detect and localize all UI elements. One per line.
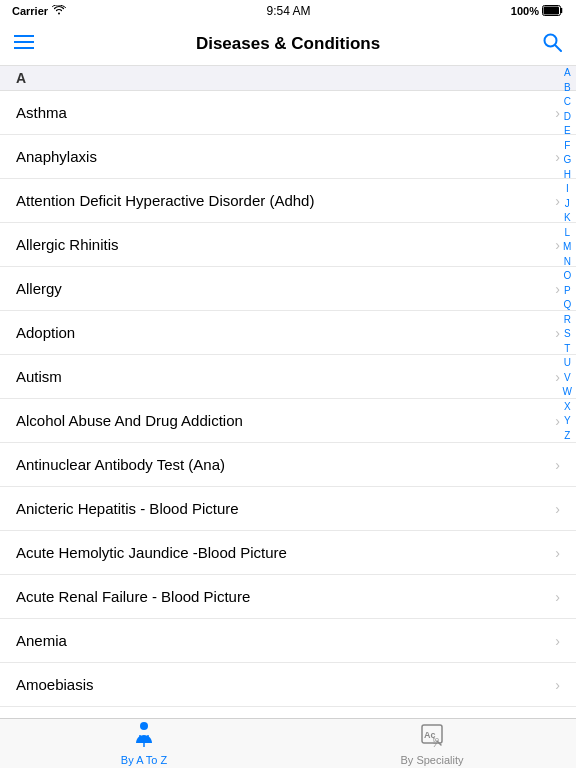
list-item[interactable]: Autism › [0,355,576,399]
alpha-index-c[interactable]: C [562,95,573,110]
svg-rect-1 [544,6,560,14]
tab-by-speciality-label: By Speciality [401,754,464,766]
chevron-right-icon: › [555,633,560,649]
chevron-right-icon: › [555,413,560,429]
alpha-index-h[interactable]: H [562,168,573,183]
status-time: 9:54 AM [266,4,310,18]
list-item[interactable]: Acute Hemolytic Jaundice -Blood Picture … [0,531,576,575]
speciality-icon: Ac to Z [419,721,445,752]
list-item-text: Attention Deficit Hyperactive Disorder (… [16,192,547,209]
tab-by-speciality[interactable]: Ac to Z By Speciality [288,721,576,766]
list-item-text: Allergy [16,280,547,297]
chevron-right-icon: › [555,369,560,385]
alpha-index-p[interactable]: P [562,284,573,299]
hamburger-icon[interactable] [14,34,34,54]
alphabet-index[interactable]: ABCDEFGHIJKLMNOPQRSTUVWXYZ [561,66,574,443]
chevron-right-icon: › [555,193,560,209]
list-item[interactable]: Alcohol Abuse And Drug Addiction › [0,399,576,443]
alpha-index-e[interactable]: E [562,124,573,139]
list-item-text: Anicteric Hepatitis - Blood Picture [16,500,547,517]
nav-menu-button[interactable] [14,34,50,54]
list-item-text: Asthma [16,104,547,121]
tab-bar: By A To Z Ac to Z By Speciality [0,718,576,768]
chevron-right-icon: › [555,545,560,561]
battery-icon [542,5,564,18]
alpha-index-q[interactable]: Q [561,298,573,313]
alpha-index-m[interactable]: M [561,240,573,255]
list-item[interactable]: Allergy › [0,267,576,311]
section-header-a: A [0,66,576,91]
chevron-right-icon: › [555,457,560,473]
main-content: A Asthma › Anaphylaxis › Attention Defic… [0,66,576,768]
list-item-text: Acute Renal Failure - Blood Picture [16,588,547,605]
alpha-index-i[interactable]: I [564,182,571,197]
list-item-text: Amoebiasis [16,676,547,693]
alpha-index-d[interactable]: D [562,110,573,125]
svg-text:Z: Z [433,742,438,747]
alpha-index-k[interactable]: K [562,211,573,226]
list-item[interactable]: Acute Renal Failure - Blood Picture › [0,575,576,619]
alpha-index-z[interactable]: Z [562,429,572,444]
list-item-text: Adoption [16,324,547,341]
alpha-index-a[interactable]: A [562,66,573,81]
status-left: Carrier [12,5,66,17]
list-item[interactable]: Anicteric Hepatitis - Blood Picture › [0,487,576,531]
alpha-index-w[interactable]: W [561,385,574,400]
alpha-index-y[interactable]: Y [562,414,573,429]
wifi-icon [52,5,66,17]
alpha-index-b[interactable]: B [562,81,573,96]
nav-search-button[interactable] [526,32,562,56]
list-item-text: Alcohol Abuse And Drug Addiction [16,412,547,429]
alpha-index-j[interactable]: J [563,197,572,212]
chevron-right-icon: › [555,105,560,121]
alpha-index-t[interactable]: T [562,342,572,357]
svg-point-7 [140,722,148,730]
page-title: Diseases & Conditions [196,34,380,54]
list-item[interactable]: Asthma › [0,91,576,135]
list-item[interactable]: Amoebiasis › [0,663,576,707]
tab-by-a-to-z[interactable]: By A To Z [0,721,288,766]
list-item[interactable]: Adoption › [0,311,576,355]
alpha-index-f[interactable]: F [562,139,572,154]
alpha-index-o[interactable]: O [561,269,573,284]
alpha-index-r[interactable]: R [562,313,573,328]
list-container: Asthma › Anaphylaxis › Attention Deficit… [0,91,576,768]
status-right: 100% [511,5,564,18]
list-item-text: Allergic Rhinitis [16,236,547,253]
nav-bar: Diseases & Conditions [0,22,576,66]
search-icon[interactable] [542,32,562,56]
status-bar: Carrier 9:54 AM 100% [0,0,576,22]
person-icon [133,721,155,752]
chevron-right-icon: › [555,237,560,253]
chevron-right-icon: › [555,501,560,517]
carrier-label: Carrier [12,5,48,17]
alpha-index-u[interactable]: U [562,356,573,371]
list-item[interactable]: Allergic Rhinitis › [0,223,576,267]
chevron-right-icon: › [555,149,560,165]
list-item[interactable]: Anaphylaxis › [0,135,576,179]
battery-label: 100% [511,5,539,17]
list-item[interactable]: Antinuclear Antibody Test (Ana) › [0,443,576,487]
alpha-index-x[interactable]: X [562,400,573,415]
list-item[interactable]: Anemia › [0,619,576,663]
svg-line-6 [555,45,561,51]
list-item-text: Acute Hemolytic Jaundice -Blood Picture [16,544,547,561]
list-item[interactable]: Attention Deficit Hyperactive Disorder (… [0,179,576,223]
list-item-text: Antinuclear Antibody Test (Ana) [16,456,547,473]
chevron-right-icon: › [555,589,560,605]
tab-by-a-to-z-label: By A To Z [121,754,167,766]
list-item-text: Anaphylaxis [16,148,547,165]
chevron-right-icon: › [555,281,560,297]
list-item-text: Autism [16,368,547,385]
alpha-index-s[interactable]: S [562,327,573,342]
list-item-text: Anemia [16,632,547,649]
chevron-right-icon: › [555,325,560,341]
alpha-index-n[interactable]: N [562,255,573,270]
alpha-index-g[interactable]: G [561,153,573,168]
chevron-right-icon: › [555,677,560,693]
alpha-index-v[interactable]: V [562,371,573,386]
alpha-index-l[interactable]: L [562,226,572,241]
